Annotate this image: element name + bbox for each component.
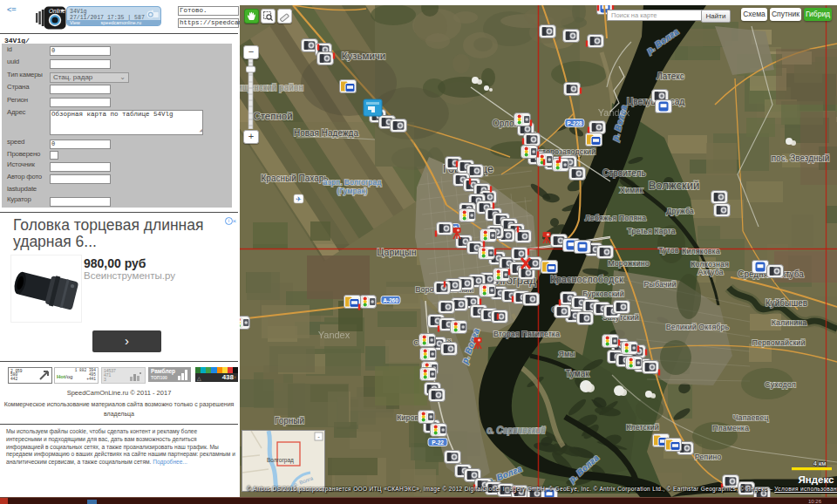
svg-text:Yandex: Yandex: [318, 330, 350, 340]
svg-text:о. Сарпинский: о. Сарпинский: [487, 426, 546, 435]
svg-text:Репино: Репино: [695, 453, 722, 461]
svg-text:Бурковский: Бурковский: [582, 289, 623, 298]
svg-text:Дружба: Дружба: [666, 207, 694, 215]
svg-text:Ямы: Ямы: [558, 350, 575, 358]
svg-text:Р-228: Р-228: [567, 120, 582, 126]
svg-text:Ахтуба: Ахтуба: [698, 268, 723, 276]
svg-text:Куйбышев: Куйбышев: [766, 298, 807, 308]
svg-text:Тумак: Тумак: [565, 369, 589, 378]
svg-text:Чапаевец: Чапаевец: [733, 413, 769, 422]
svg-text:✈: ✈: [296, 195, 302, 203]
svg-text:А-260: А-260: [383, 297, 398, 303]
svg-text:Третья Карта: Третья Карта: [628, 227, 676, 235]
svg-text:Царицын: Царицын: [378, 247, 417, 257]
svg-text:Лебяжья Поляна: Лебяжья Поляна: [585, 214, 646, 222]
svg-text:4 км: 4 км: [813, 460, 827, 467]
svg-text:Краснослободск: Краснослободск: [550, 274, 623, 284]
svg-text:Yandex: Yandex: [598, 107, 630, 118]
svg-text:Пламенка: Пламенка: [712, 424, 749, 432]
svg-text:Яндекс: Яндекс: [799, 474, 835, 485]
svg-text:пос. Звездный: пос. Звездный: [772, 153, 830, 163]
svg-text:Суходол: Суходол: [765, 380, 796, 389]
svg-text:Рыбачий: Рыбачий: [644, 280, 677, 289]
svg-text:Первомайский: Первомайский: [752, 338, 806, 347]
svg-text:Великий Октябрь: Великий Октябрь: [666, 323, 730, 331]
svg-text:аэрп. Волгоград: аэрп. Волгоград: [323, 178, 382, 187]
svg-text:Степной: Степной: [253, 111, 292, 121]
svg-text:Волгоград: Волгоград: [267, 457, 294, 464]
svg-text:Вторая Пятилетка: Вторая Пятилетка: [493, 330, 560, 338]
svg-text:Р-22: Р-22: [432, 439, 444, 446]
svg-text:Калинина: Калинина: [772, 318, 807, 327]
svg-text:Новая Надежда: Новая Надежда: [294, 128, 358, 138]
svg-text:Клетский: Клетский: [626, 423, 659, 432]
svg-text:Кузьмичи: Кузьмичи: [342, 51, 385, 61]
svg-text:Волжский: Волжский: [649, 179, 700, 192]
svg-text:Морожкино: Морожкино: [608, 259, 649, 268]
svg-text:Тутов: Тутов: [658, 246, 679, 255]
svg-text:Латекс: Латекс: [657, 72, 684, 81]
svg-text:Киляковка: Киляковка: [682, 247, 719, 255]
svg-text:-: -: [317, 432, 320, 440]
svg-text:(Гумрак): (Гумрак): [337, 187, 368, 195]
svg-text:Химик: Химик: [620, 186, 643, 194]
svg-text:Горный: Горный: [275, 416, 304, 426]
svg-text:Строитель: Строитель: [602, 168, 645, 178]
svg-text:Красный Пахарь: Красный Пахарь: [262, 174, 329, 183]
